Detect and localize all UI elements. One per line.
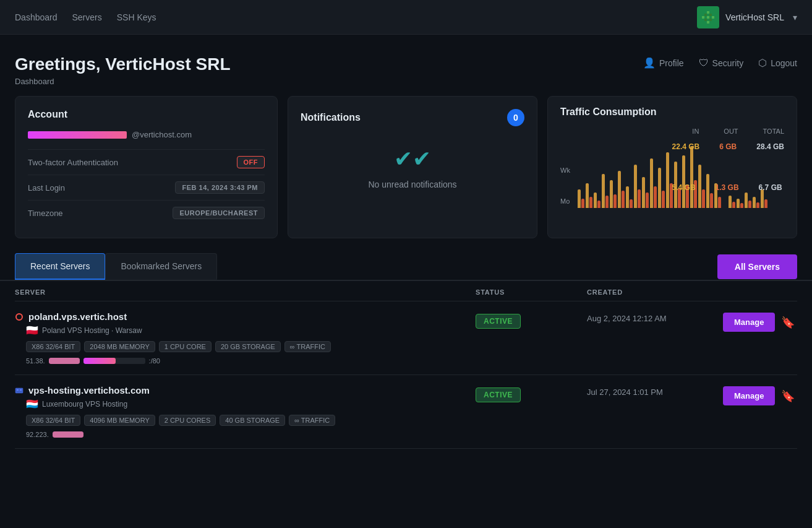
server-created-2: Jul 27, 2024 1:01 PM xyxy=(587,387,663,397)
svg-rect-1 xyxy=(707,11,709,14)
tag-storage-1: 20 GB STORAGE xyxy=(215,341,281,352)
profile-link[interactable]: 👤 Profile xyxy=(643,57,684,69)
server-created-1: Aug 2, 2024 12:12 AM xyxy=(587,314,667,323)
email-bar xyxy=(28,131,127,139)
server-created-col-1: Aug 2, 2024 12:12 AM xyxy=(587,311,723,323)
svg-rect-3 xyxy=(712,16,714,19)
logout-label: Logout xyxy=(771,58,797,68)
traffic-total-label: TOTAL xyxy=(763,128,784,135)
server-location-text-1: Poland VPS Hosting · Warsaw xyxy=(42,326,142,335)
server-info-2: vps-hosting.vertichost.com 🇱🇺 Luxembourg… xyxy=(15,385,476,438)
svg-rect-6 xyxy=(709,14,712,16)
account-lastlogin-row: Last Login FEB 14, 2024 3:43 PM xyxy=(28,175,265,200)
email-domain: @vertichost.com xyxy=(132,130,192,139)
server-flag-2: 🇱🇺 xyxy=(26,398,38,410)
manage-button-2[interactable]: Manage xyxy=(723,386,775,405)
timezone-value: EUROPE/BUCHAREST xyxy=(173,207,265,219)
profile-icon: 👤 xyxy=(643,57,656,69)
2fa-value: OFF xyxy=(237,156,265,168)
lastlogin-value: FEB 14, 2024 3:43 PM xyxy=(175,181,265,194)
server-info-1: poland.vps.vertic.host 🇵🇱 Poland VPS Hos… xyxy=(15,311,476,365)
svg-rect-7 xyxy=(704,19,707,21)
profile-label: Profile xyxy=(659,58,684,68)
bookmark-icon-1[interactable]: 🔖 xyxy=(781,316,795,329)
manage-button-1[interactable]: Manage xyxy=(723,313,775,332)
brand-name: VerticHost SRL xyxy=(725,12,784,22)
col-status-header: STATUS xyxy=(476,288,587,296)
nav-brand[interactable]: VerticHost SRL ▾ xyxy=(697,6,797,28)
server-name-row-1: poland.vps.vertic.host xyxy=(15,311,476,322)
status-badge-2: ACTIVE xyxy=(476,387,521,402)
traffic-mo-total: 6.7 GB xyxy=(759,183,782,192)
tag-arch-2: X86 32/64 BIT xyxy=(26,415,80,426)
brand-chevron-icon: ▾ xyxy=(793,12,797,22)
timezone-label: Timezone xyxy=(28,209,63,218)
tabs-row: Recent Servers Bookmarked Servers All Se… xyxy=(0,253,812,280)
server-created-col-2: Jul 27, 2024 1:01 PM xyxy=(587,385,723,397)
server-hostname-1[interactable]: poland.vps.vertic.host xyxy=(28,311,127,322)
greeting-title: Greetings, VerticHost SRL xyxy=(15,54,231,74)
bookmark-icon-2[interactable]: 🔖 xyxy=(781,389,795,403)
svg-rect-11 xyxy=(17,389,19,391)
traffic-wk-out: 6 GB xyxy=(719,142,737,151)
server-location-2: 🇱🇺 Luxembourg VPS Hosting xyxy=(26,398,476,410)
tag-cpu-2: 2 CPU CORES xyxy=(159,415,216,426)
account-2fa-row: Two-factor Authentication OFF xyxy=(28,149,265,175)
traffic-card-title: Traffic Consumption xyxy=(560,106,784,118)
double-check-icon: ✔✔ xyxy=(394,146,431,172)
tag-traffic-1: ∞ TRAFFIC xyxy=(284,341,331,352)
brand-logo xyxy=(697,6,719,28)
server-tags-2: X86 32/64 BIT 4096 MB MEMORY 2 CPU CORES… xyxy=(26,415,476,426)
notif-empty-text: No unread notifications xyxy=(368,180,456,189)
col-actions-header xyxy=(723,288,797,296)
table-row: poland.vps.vertic.host 🇵🇱 Poland VPS Hos… xyxy=(15,301,797,375)
security-link[interactable]: 🛡 Security xyxy=(699,58,744,69)
server-status-icon-1 xyxy=(15,313,24,321)
table-header: SERVER STATUS CREATED xyxy=(15,281,797,301)
chart-wk-label: Wk xyxy=(560,167,570,174)
server-name-row-2: vps-hosting.vertichost.com xyxy=(15,385,476,396)
greeting-section: Greetings, VerticHost SRL Dashboard xyxy=(15,54,231,86)
svg-point-9 xyxy=(16,314,22,320)
tab-bookmarked-servers[interactable]: Bookmarked Servers xyxy=(105,253,217,280)
svg-rect-8 xyxy=(709,19,712,21)
ip-usage-row-1: 51.38. :/80 xyxy=(26,357,476,365)
nav-dashboard[interactable]: Dashboard xyxy=(15,12,58,22)
tag-arch-1: X86 32/64 BIT xyxy=(26,341,80,352)
ip-usage-row-2: 92.223. xyxy=(26,431,476,438)
svg-rect-2 xyxy=(707,16,709,19)
ip-bar-2 xyxy=(53,431,83,438)
all-servers-button[interactable]: All Servers xyxy=(717,254,797,279)
ip-bar-1 xyxy=(49,358,80,364)
traffic-mo-out: 1.3 GB xyxy=(716,183,739,192)
logout-icon: ⬡ xyxy=(758,57,767,69)
svg-rect-10 xyxy=(15,388,23,393)
servers-table: SERVER STATUS CREATED poland.vps.vertic.… xyxy=(0,280,812,449)
page-header: Greetings, VerticHost SRL Dashboard 👤 Pr… xyxy=(0,35,812,96)
nav-links: Dashboard Servers SSH Keys xyxy=(15,12,697,22)
svg-rect-12 xyxy=(20,389,22,391)
server-actions-col-2: Manage 🔖 xyxy=(723,385,797,405)
account-card-title: Account xyxy=(28,109,265,120)
table-row: vps-hosting.vertichost.com 🇱🇺 Luxembourg… xyxy=(15,375,797,449)
server-tags-1: X86 32/64 BIT 2048 MB MEMORY 1 CPU CORE … xyxy=(26,341,476,352)
header-actions: 👤 Profile 🛡 Security ⬡ Logout xyxy=(643,57,797,69)
notif-empty-state: ✔✔ No unread notifications xyxy=(301,126,524,199)
2fa-label: Two-factor Authentication xyxy=(28,158,118,167)
svg-rect-0 xyxy=(702,16,704,19)
cards-row: Account @vertichost.com Two-factor Authe… xyxy=(0,96,812,253)
logout-link[interactable]: ⬡ Logout xyxy=(758,57,797,69)
server-hostname-2[interactable]: vps-hosting.vertichost.com xyxy=(28,385,150,396)
tab-recent-servers[interactable]: Recent Servers xyxy=(15,253,105,280)
traffic-card: Traffic Consumption IN OUT TOTAL Wk Mo xyxy=(547,96,797,238)
breadcrumb: Dashboard xyxy=(15,77,231,86)
notifications-card: Notifications 0 ✔✔ No unread notificatio… xyxy=(288,96,537,238)
traffic-mo-in: 5.4 GB xyxy=(672,183,696,192)
notif-header: Notifications 0 xyxy=(301,109,524,126)
chart-mo-label: Mo xyxy=(560,197,570,205)
svg-rect-5 xyxy=(704,14,707,16)
traffic-in-label: IN xyxy=(692,128,699,135)
nav-servers[interactable]: Servers xyxy=(72,12,102,22)
server-status-col-1: ACTIVE xyxy=(476,311,587,329)
nav-ssh-keys[interactable]: SSH Keys xyxy=(117,12,156,22)
